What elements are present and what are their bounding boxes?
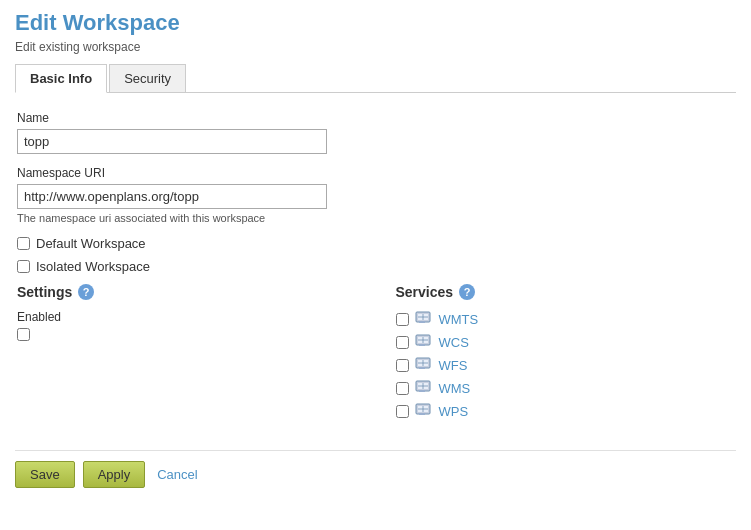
tab-security[interactable]: Security [109,64,186,92]
svg-rect-14 [419,367,425,369]
name-field-group: Name [17,111,734,154]
footer-buttons: Save Apply Cancel [15,450,736,488]
settings-title-row: Settings ? [17,284,356,300]
page-title: Edit Workspace [15,10,736,36]
default-workspace-row: Default Workspace [17,236,734,251]
wmts-checkbox[interactable] [396,313,409,326]
basic-info-form: Name Namespace URI The namespace uri ass… [15,111,736,420]
wfs-icon [415,356,433,374]
apply-button[interactable]: Apply [83,461,146,488]
wcs-checkbox[interactable] [396,336,409,349]
tab-basic-info[interactable]: Basic Info [15,64,107,93]
wcs-label[interactable]: WCS [439,335,469,350]
namespace-uri-input[interactable] [17,184,327,209]
wfs-label[interactable]: WFS [439,358,468,373]
tab-bar: Basic Info Security [15,64,736,93]
default-workspace-label: Default Workspace [36,236,146,251]
services-info-icon[interactable]: ? [459,284,475,300]
name-input[interactable] [17,129,327,154]
name-label: Name [17,111,734,125]
isolated-workspace-checkbox[interactable] [17,260,30,273]
list-item: WMS [396,379,735,397]
services-title-row: Services ? [396,284,735,300]
settings-column: Settings ? Enabled [17,284,356,420]
wmts-label[interactable]: WMTS [439,312,479,327]
wms-icon [415,379,433,397]
enabled-checkbox[interactable] [17,328,30,341]
wps-icon [415,402,433,420]
services-title: Services [396,284,454,300]
services-column: Services ? WMTS [396,284,735,420]
wmts-icon [415,310,433,328]
wms-label[interactable]: WMS [439,381,471,396]
settings-title: Settings [17,284,72,300]
namespace-uri-hint: The namespace uri associated with this w… [17,212,734,224]
svg-rect-19 [419,390,425,392]
namespace-uri-field-group: Namespace URI The namespace uri associat… [17,166,734,224]
svg-rect-4 [419,321,425,323]
list-item: WFS [396,356,735,374]
wps-checkbox[interactable] [396,405,409,418]
svg-rect-24 [419,413,425,415]
list-item: WPS [396,402,735,420]
services-list: WMTS WCS [396,310,735,420]
isolated-workspace-row: Isolated Workspace [17,259,734,274]
settings-services-columns: Settings ? Enabled Services ? [17,284,734,420]
list-item: WCS [396,333,735,351]
enabled-label: Enabled [17,310,356,324]
default-workspace-checkbox[interactable] [17,237,30,250]
wfs-checkbox[interactable] [396,359,409,372]
list-item: WMTS [396,310,735,328]
page-subtitle: Edit existing workspace [15,40,736,54]
namespace-uri-label: Namespace URI [17,166,734,180]
isolated-workspace-label: Isolated Workspace [36,259,150,274]
wms-checkbox[interactable] [396,382,409,395]
enabled-checkbox-row [17,328,356,341]
wcs-icon [415,333,433,351]
svg-rect-9 [419,344,425,346]
wps-label[interactable]: WPS [439,404,469,419]
settings-info-icon[interactable]: ? [78,284,94,300]
cancel-button[interactable]: Cancel [153,462,201,487]
save-button[interactable]: Save [15,461,75,488]
